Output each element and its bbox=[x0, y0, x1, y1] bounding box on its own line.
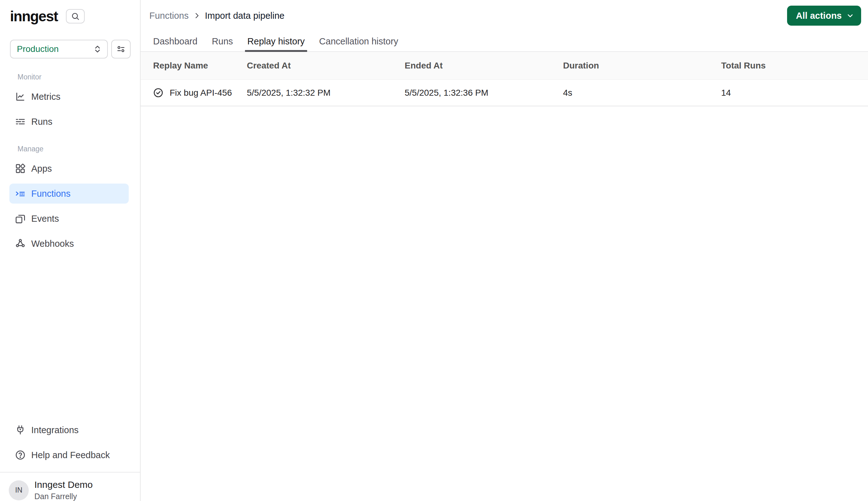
sidebar-item-apps[interactable]: Apps bbox=[9, 159, 129, 179]
sidebar-item-functions[interactable]: Functions bbox=[9, 184, 129, 204]
sidebar-spacer bbox=[0, 254, 140, 415]
search-button[interactable] bbox=[66, 9, 85, 23]
sidebar-item-metrics[interactable]: Metrics bbox=[9, 87, 129, 107]
environment-selected-value: Production bbox=[17, 44, 93, 54]
environment-row: Production bbox=[10, 40, 131, 58]
column-header-duration: Duration bbox=[563, 61, 721, 71]
empty-area bbox=[141, 106, 868, 501]
page-title: Import data pipeline bbox=[205, 11, 285, 21]
events-icon bbox=[15, 213, 26, 224]
user-menu[interactable]: IN Inngest Demo Dan Farrelly bbox=[9, 479, 131, 501]
column-header-ended-at: Ended At bbox=[405, 61, 563, 71]
apps-icon bbox=[15, 163, 26, 174]
sidebar-item-label: Webhooks bbox=[31, 238, 74, 249]
sidebar-item-label: Runs bbox=[31, 117, 53, 127]
column-header-replay-name: Replay Name bbox=[153, 61, 247, 71]
column-header-total-runs: Total Runs bbox=[721, 61, 868, 71]
user-full-name: Dan Farrelly bbox=[34, 492, 93, 501]
user-section: IN Inngest Demo Dan Farrelly bbox=[0, 472, 140, 501]
breadcrumb: Functions Import data pipeline bbox=[149, 11, 787, 21]
check-circle-icon bbox=[153, 87, 163, 98]
chevron-down-icon bbox=[846, 12, 854, 20]
page-header: Functions Import data pipeline All actio… bbox=[141, 0, 868, 31]
sidebar-item-webhooks[interactable]: Webhooks bbox=[9, 234, 129, 254]
tab-cancellation-history[interactable]: Cancellation history bbox=[318, 31, 399, 51]
table-header: Replay Name Created At Ended At Duration… bbox=[141, 52, 868, 80]
sidebar-item-label: Apps bbox=[31, 163, 52, 174]
tab-replay-history[interactable]: Replay history bbox=[247, 31, 306, 51]
functions-icon bbox=[15, 188, 26, 199]
sidebar-item-integrations[interactable]: Integrations bbox=[9, 420, 129, 440]
main-content: Functions Import data pipeline All actio… bbox=[141, 0, 868, 501]
user-text: Inngest Demo Dan Farrelly bbox=[34, 479, 93, 501]
user-org-name: Inngest Demo bbox=[34, 479, 93, 490]
created-at-cell: 5/5/2025, 1:32:32 PM bbox=[247, 88, 405, 98]
sidebar-item-label: Functions bbox=[31, 189, 70, 199]
breadcrumb-functions-link[interactable]: Functions bbox=[149, 11, 189, 21]
all-actions-label: All actions bbox=[796, 11, 842, 21]
duration-cell: 4s bbox=[563, 88, 721, 98]
help-circle-icon bbox=[15, 450, 26, 460]
sidebar-item-label: Events bbox=[31, 214, 59, 224]
tab-dashboard[interactable]: Dashboard bbox=[153, 31, 198, 51]
sidebar: inngest Production bbox=[0, 0, 141, 501]
tab-bar: Dashboard Runs Replay history Cancellati… bbox=[141, 31, 868, 52]
sidebar-item-runs[interactable]: Runs bbox=[9, 111, 129, 132]
table-row[interactable]: Fix bug API-456 5/5/2025, 1:32:32 PM 5/5… bbox=[141, 80, 868, 106]
webhooks-icon bbox=[15, 238, 26, 249]
tab-runs[interactable]: Runs bbox=[211, 31, 234, 51]
all-actions-button[interactable]: All actions bbox=[787, 6, 861, 26]
logo-row: inngest bbox=[10, 8, 131, 25]
total-runs-cell: 14 bbox=[721, 88, 868, 98]
sidebar-item-label: Metrics bbox=[31, 92, 60, 102]
inngest-logo[interactable]: inngest bbox=[10, 8, 58, 25]
sidebar-item-label: Help and Feedback bbox=[31, 450, 110, 460]
search-icon bbox=[71, 12, 80, 21]
sidebar-item-help[interactable]: Help and Feedback bbox=[9, 445, 129, 465]
section-label-monitor: Monitor bbox=[18, 72, 140, 82]
plug-icon bbox=[15, 425, 26, 435]
environment-select[interactable]: Production bbox=[10, 40, 108, 58]
sidebar-item-events[interactable]: Events bbox=[9, 209, 129, 228]
chevron-right-icon bbox=[193, 11, 201, 20]
ended-at-cell: 5/5/2025, 1:32:36 PM bbox=[405, 88, 563, 98]
sidebar-footer: Integrations Help and Feedback bbox=[0, 415, 140, 465]
replay-name-cell: Fix bug API-456 bbox=[153, 87, 247, 98]
section-label-manage: Manage bbox=[18, 144, 140, 153]
sliders-icon bbox=[116, 44, 125, 54]
sidebar-item-label: Integrations bbox=[31, 425, 79, 435]
chevron-up-down-icon bbox=[93, 44, 102, 54]
chart-line-icon bbox=[15, 91, 26, 102]
list-icon bbox=[15, 116, 26, 127]
replay-name: Fix bug API-456 bbox=[170, 88, 232, 98]
environment-filter-button[interactable] bbox=[111, 40, 131, 58]
column-header-created-at: Created At bbox=[247, 61, 405, 71]
avatar: IN bbox=[9, 480, 29, 500]
